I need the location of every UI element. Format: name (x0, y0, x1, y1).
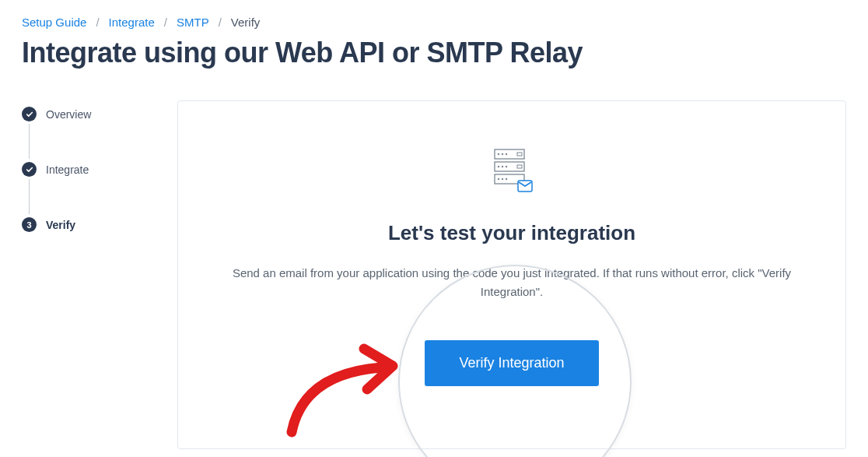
breadcrumb-separator: / (96, 16, 99, 29)
step-overview[interactable]: Overview (22, 107, 154, 162)
steps-sidebar: Overview Integrate 3 Verify (22, 100, 154, 449)
svg-point-13 (506, 178, 507, 180)
svg-point-2 (502, 153, 503, 155)
breadcrumb: Setup Guide / Integrate / SMTP / Verify (22, 16, 846, 29)
step-number-icon: 3 (22, 217, 37, 232)
verify-panel: Let's test your integration Send an emai… (177, 100, 846, 449)
breadcrumb-integrate[interactable]: Integrate (109, 16, 155, 29)
breadcrumb-current: Verify (231, 16, 261, 29)
svg-rect-4 (517, 153, 522, 156)
step-integrate[interactable]: Integrate (22, 162, 154, 217)
check-icon (22, 162, 37, 177)
svg-point-1 (498, 153, 499, 155)
breadcrumb-smtp[interactable]: SMTP (177, 16, 209, 29)
svg-point-8 (506, 166, 507, 167)
step-label: Verify (46, 219, 75, 231)
breadcrumb-setup-guide[interactable]: Setup Guide (22, 16, 86, 29)
page-title: Integrate using our Web API or SMTP Rela… (22, 37, 846, 69)
svg-point-12 (502, 178, 503, 180)
svg-rect-9 (517, 165, 522, 168)
server-mail-icon (488, 148, 535, 195)
verify-integration-button[interactable]: Verify Integration (425, 340, 598, 386)
step-label: Overview (46, 108, 91, 121)
breadcrumb-separator: / (219, 16, 222, 29)
panel-heading: Let's test your integration (217, 221, 807, 245)
svg-point-3 (506, 153, 507, 155)
step-label: Integrate (46, 163, 89, 176)
panel-description: Send an email from your application usin… (217, 264, 807, 301)
breadcrumb-separator: / (164, 16, 167, 29)
svg-point-11 (498, 178, 499, 180)
step-verify[interactable]: 3 Verify (22, 217, 154, 232)
check-icon (22, 107, 37, 121)
svg-point-7 (502, 166, 503, 167)
svg-point-6 (498, 166, 499, 167)
